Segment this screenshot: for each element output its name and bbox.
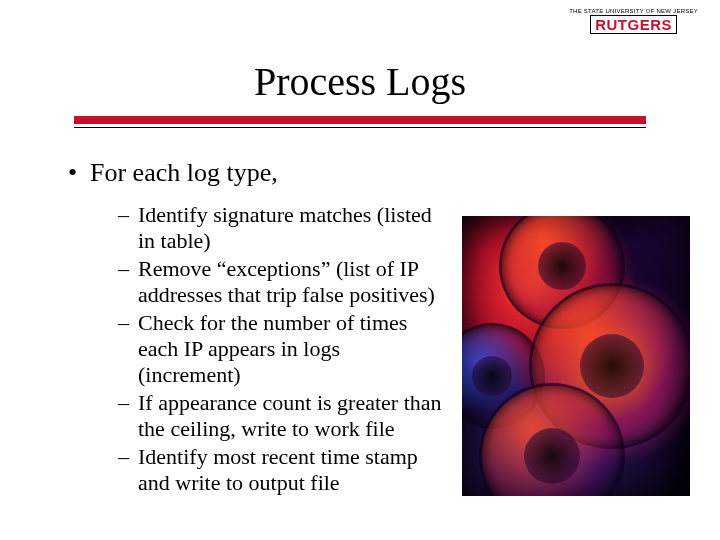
- bullet-lvl1-text: For each log type,: [90, 158, 278, 187]
- bullet-lvl2-text: If appearance count is greater than the …: [138, 390, 442, 441]
- bullet-lvl2-item: If appearance count is greater than the …: [118, 390, 448, 442]
- bullet-lvl2-text: Remove “exceptions” (list of IP addresse…: [138, 256, 435, 307]
- rutgers-logo: THE STATE UNIVERSITY OF NEW JERSEY RUTGE…: [569, 8, 698, 34]
- title-area: Process Logs: [0, 58, 720, 111]
- bullet-lvl2-text: Identify signature matches (listed in ta…: [138, 202, 432, 253]
- rule-red: [74, 116, 646, 124]
- rule-black: [74, 127, 646, 128]
- bullet-lvl2-item: Identify signature matches (listed in ta…: [118, 202, 448, 254]
- bullet-lvl2-item: Identify most recent time stamp and writ…: [118, 444, 448, 496]
- bullet-lvl2-item: Check for the number of times each IP ap…: [118, 310, 448, 388]
- bullet-lvl2-item: Remove “exceptions” (list of IP addresse…: [118, 256, 448, 308]
- title-rule: [74, 116, 646, 128]
- gears-image: [462, 216, 690, 496]
- logo-tagline: THE STATE UNIVERSITY OF NEW JERSEY: [569, 8, 698, 14]
- bullet-list-lvl1: For each log type,: [70, 158, 660, 188]
- bullet-lvl2-text: Check for the number of times each IP ap…: [138, 310, 407, 387]
- slide-title: Process Logs: [0, 58, 720, 111]
- bullet-lvl1-item: For each log type,: [70, 158, 660, 188]
- slide: THE STATE UNIVERSITY OF NEW JERSEY RUTGE…: [0, 0, 720, 540]
- bullet-lvl2-text: Identify most recent time stamp and writ…: [138, 444, 418, 495]
- logo-name: RUTGERS: [590, 15, 677, 34]
- bullet-list-lvl2: Identify signature matches (listed in ta…: [70, 202, 448, 495]
